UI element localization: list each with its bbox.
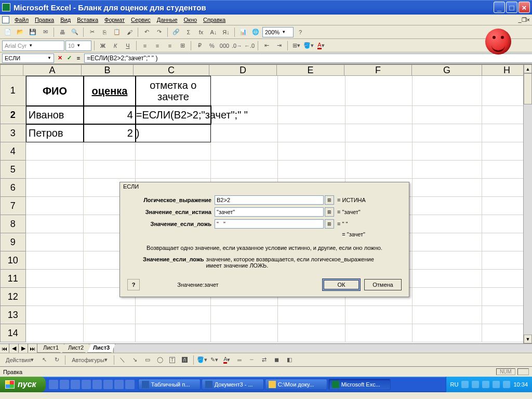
dialog-help-button[interactable]: ? <box>127 279 140 290</box>
mdi-restore[interactable]: ❐ <box>522 17 527 23</box>
tray-icon-3[interactable] <box>482 381 489 388</box>
line-color-button[interactable]: ✎▾ <box>209 354 220 366</box>
row-header-2[interactable]: 2 <box>0 106 26 124</box>
mail-button[interactable]: ✉ <box>39 26 51 38</box>
formula-enter-button[interactable]: ✓ <box>65 55 73 61</box>
font-color-button[interactable]: A▾ <box>315 40 327 51</box>
col-header-E[interactable]: E <box>277 64 344 76</box>
cell-C1[interactable]: отметка о зачете <box>136 76 211 106</box>
cell-A7[interactable] <box>26 197 84 215</box>
cell-F2[interactable] <box>345 106 413 124</box>
help-button[interactable]: ? <box>295 26 306 38</box>
lang-indicator[interactable]: RU <box>450 381 459 388</box>
comma-button[interactable]: 000 <box>219 40 230 51</box>
inc-indent-button[interactable]: ⇥ <box>273 40 285 51</box>
textbox-button[interactable]: 🅃 <box>167 354 178 366</box>
select-all-corner[interactable] <box>0 64 23 76</box>
tab-first-button[interactable]: ⏮ <box>0 344 9 353</box>
wordart-button[interactable]: 🅰 <box>179 354 191 366</box>
menu-window[interactable]: Окно <box>181 16 201 24</box>
sort-asc-button[interactable]: A↓ <box>208 26 219 38</box>
col-header-F[interactable]: F <box>344 64 412 76</box>
dec-decimal-button[interactable]: ←.0 <box>244 40 255 51</box>
hyperlink-button[interactable]: 🔗 <box>170 26 182 38</box>
cell-B13[interactable] <box>84 306 136 324</box>
tab-next-button[interactable]: ▶ <box>19 344 28 353</box>
sheet-tab-3[interactable]: Лист3 <box>87 344 115 353</box>
ql-icon-4[interactable] <box>82 380 91 389</box>
horizontal-scrollbar[interactable] <box>113 344 532 353</box>
sheet-tab-2[interactable]: Лист2 <box>62 344 89 353</box>
arg2-range-button[interactable]: ⊞ <box>325 207 334 217</box>
3d-button[interactable]: ◧ <box>284 354 295 366</box>
cancel-button[interactable]: Отмена <box>364 279 402 290</box>
tab-last-button[interactable]: ⏭ <box>28 344 37 353</box>
zoom-combo[interactable]: 200%▼ <box>262 27 294 37</box>
cell-C4[interactable] <box>136 142 211 161</box>
cell-G4[interactable] <box>413 142 482 161</box>
fill-color-draw-button[interactable]: 🪣▾ <box>196 354 208 366</box>
arrow-button[interactable]: ↘ <box>129 354 141 366</box>
cell-G10[interactable] <box>413 251 482 270</box>
preview-button[interactable]: 🔍 <box>69 26 81 38</box>
menu-insert[interactable]: Вставка <box>74 16 101 24</box>
cell-A10[interactable] <box>26 251 84 270</box>
name-box[interactable]: ЕСЛИ▼ <box>2 54 54 63</box>
col-header-B[interactable]: B <box>82 64 134 76</box>
select-objects-button[interactable]: ↖ <box>38 354 50 366</box>
font-color-draw-button[interactable]: A▾ <box>221 354 233 366</box>
dec-indent-button[interactable]: ⇤ <box>261 40 272 51</box>
arg3-input[interactable] <box>215 219 324 229</box>
cell-B5[interactable] <box>84 161 136 179</box>
clock[interactable]: 10:34 <box>513 381 528 388</box>
cell-D5[interactable] <box>211 161 278 179</box>
scroll-thumb[interactable] <box>524 73 532 104</box>
col-header-A[interactable]: A <box>23 64 82 76</box>
col-header-D[interactable]: D <box>209 64 277 76</box>
menu-tools[interactable]: Сервис <box>128 16 154 24</box>
cell-G3[interactable] <box>413 124 482 142</box>
cell-E5[interactable] <box>278 161 345 179</box>
tray-icon-4[interactable] <box>493 381 500 388</box>
row-header-4[interactable]: 4 <box>0 142 26 161</box>
cell-F1[interactable] <box>345 76 413 106</box>
close-button[interactable]: × <box>518 2 530 13</box>
cell-D13[interactable] <box>211 306 278 324</box>
cell-C13[interactable] <box>136 306 211 324</box>
row-header-3[interactable]: 3 <box>0 124 26 142</box>
align-left-button[interactable]: ≡ <box>139 40 151 51</box>
col-header-C[interactable]: C <box>134 64 209 76</box>
cell-G11[interactable] <box>413 270 482 288</box>
bold-button[interactable]: Ж <box>97 40 109 51</box>
row-header-14[interactable]: 14 <box>0 324 26 342</box>
cell-A5[interactable] <box>26 161 84 179</box>
cell-G1[interactable] <box>413 76 482 106</box>
row-header-13[interactable]: 13 <box>0 306 26 324</box>
cell-A12[interactable] <box>26 288 84 306</box>
autosum-button[interactable]: Σ <box>183 26 194 38</box>
formula-edit-button[interactable]: = <box>75 55 82 61</box>
chart-button[interactable]: 📊 <box>237 26 249 38</box>
arg3-range-button[interactable]: ⊞ <box>325 219 334 229</box>
italic-button[interactable]: К <box>110 40 121 51</box>
rotate-button[interactable]: ↻ <box>51 354 62 366</box>
row-header-7[interactable]: 7 <box>0 197 26 215</box>
autoshapes-menu[interactable]: Автофигуры ▾ <box>68 354 111 366</box>
cell-F13[interactable] <box>345 306 413 324</box>
align-center-button[interactable]: ≡ <box>152 40 163 51</box>
arrow-style-button[interactable]: ⇄ <box>259 354 270 366</box>
merge-button[interactable]: ⊞ <box>177 40 188 51</box>
map-button[interactable]: 🌐 <box>250 26 261 38</box>
currency-button[interactable]: ₽ <box>194 40 205 51</box>
fill-color-button[interactable]: 🪣▾ <box>303 40 314 51</box>
ql-icon-2[interactable] <box>60 380 69 389</box>
cell-E4[interactable] <box>278 142 345 161</box>
mdi-close[interactable]: × <box>527 17 530 23</box>
col-header-G[interactable]: G <box>412 64 482 76</box>
scroll-down-button[interactable]: ▼ <box>524 335 532 343</box>
row-header-9[interactable]: 9 <box>0 233 26 251</box>
cell-A9[interactable] <box>26 233 84 251</box>
cut-button[interactable]: ✂ <box>86 26 98 38</box>
percent-button[interactable]: % <box>206 40 218 51</box>
cell-A6[interactable] <box>26 179 84 197</box>
